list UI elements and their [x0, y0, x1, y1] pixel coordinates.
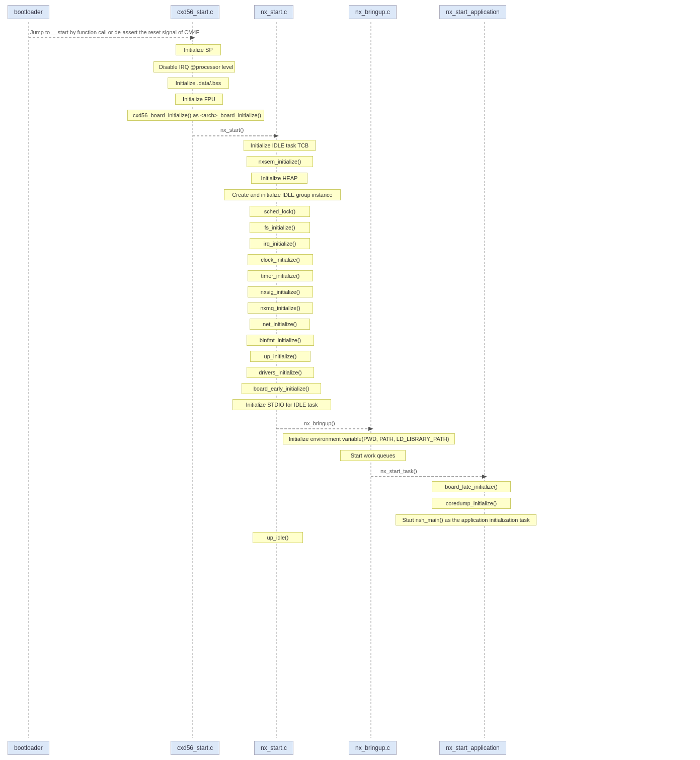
arrow-label-jump: Jump to __start by function call or de-a… — [30, 29, 199, 35]
box-board-late: board_late_initialize() — [432, 481, 511, 492]
box-init-fpu: Initialize FPU — [175, 94, 223, 105]
box-timer-init: timer_initialize() — [248, 270, 313, 281]
header-nxbringup: nx_bringup.c — [349, 5, 397, 19]
box-fs-init: fs_initialize() — [250, 222, 310, 233]
box-create-idle: Create and initialize IDLE group instanc… — [224, 189, 341, 200]
arrow-label-nxbringup: nx_bringup() — [304, 420, 335, 426]
box-nxsem-init: nxsem_initialize() — [247, 156, 313, 167]
header-nxstartapp: nx_start_application — [439, 5, 506, 19]
footer-bootloader: bootloader — [8, 741, 49, 755]
header-nxstart: nx_start.c — [254, 5, 293, 19]
box-start-nsh: Start nsh_main() as the application init… — [396, 514, 536, 525]
footer-nxbringup: nx_bringup.c — [349, 741, 397, 755]
box-up-idle: up_idle() — [253, 532, 303, 543]
box-init-heap: Initialize HEAP — [251, 173, 307, 184]
box-drivers-init: drivers_initialize() — [247, 367, 314, 378]
arrow-label-nxstarttask: nx_start_task() — [380, 468, 417, 474]
box-cxd56-board: cxd56_board_initialize() as <arch>_board… — [127, 110, 264, 121]
box-irq-init: irq_initialize() — [250, 238, 310, 249]
box-nxmq-init: nxmq_initialize() — [248, 302, 313, 314]
box-init-idle-tcb: Initialize IDLE task TCB — [244, 140, 316, 151]
footer-cxd56: cxd56_start.c — [171, 741, 219, 755]
box-init-data: Initialize .data/.bss — [168, 78, 229, 89]
box-start-wq: Start work queues — [340, 450, 406, 461]
svg-marker-10 — [368, 427, 373, 431]
box-disable-irq: Disable IRQ @processor level — [153, 61, 235, 72]
box-init-sp: Initialize SP — [176, 44, 221, 55]
svg-marker-6 — [190, 36, 195, 40]
box-init-env: Initialize environment variable(PWD, PAT… — [283, 433, 455, 444]
footer-nxstartapp: nx_start_application — [439, 741, 506, 755]
header-cxd56: cxd56_start.c — [171, 5, 219, 19]
svg-marker-8 — [274, 134, 279, 138]
footer-nxstart: nx_start.c — [254, 741, 293, 755]
box-up-init: up_initialize() — [250, 351, 310, 362]
box-binfmt-init: binfmt_initialize() — [247, 335, 314, 346]
svg-marker-12 — [482, 475, 487, 479]
sequence-diagram: bootloader cxd56_start.c nx_start.c nx_b… — [0, 0, 700, 760]
header-bootloader: bootloader — [8, 5, 49, 19]
box-coredump-init: coredump_initialize() — [432, 498, 511, 509]
box-nxsig-init: nxsig_initialize() — [248, 286, 313, 297]
box-clock-init: clock_initialize() — [248, 254, 313, 265]
box-init-stdio: Initialize STDIO for IDLE task — [232, 399, 331, 410]
arrows-svg — [0, 0, 700, 760]
box-sched-lock: sched_lock() — [250, 206, 310, 217]
box-net-init: net_initialize() — [250, 319, 310, 330]
arrow-label-nxstart: nx_start() — [220, 127, 244, 133]
box-board-early: board_early_initialize() — [242, 383, 321, 394]
